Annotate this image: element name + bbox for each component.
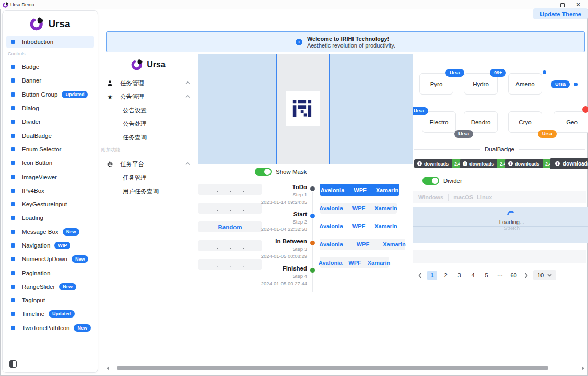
divider-toggle[interactable] (422, 177, 439, 185)
dualbadge-title: DualBadge (485, 146, 514, 152)
group-button-xamarin[interactable]: Xamarin (376, 241, 412, 248)
sidebar-item-enum-selector[interactable]: Enum Selector (3, 143, 98, 156)
viewer-guide-line (329, 54, 330, 164)
page-button-3[interactable]: 3 (454, 271, 464, 280)
sidebar-item-twotonepathicon[interactable]: TwoTonePathIconNew (3, 321, 98, 335)
dot-badge (574, 83, 578, 86)
ipv4-input[interactable] (198, 203, 262, 214)
sidebar-item-pagination[interactable]: Pagination (3, 266, 98, 279)
item-bullet-icon (11, 243, 15, 248)
sidebar-item-label: IPv4Box (22, 187, 44, 194)
nav-item-task-query[interactable]: 任务查询 (98, 131, 198, 144)
timeline: ToDo Step 1 2023-01-14 09:24:05 Start St… (259, 183, 307, 292)
group-button-xamarin[interactable]: Xamarin (364, 260, 393, 266)
nav-item-task-management-2[interactable]: 任务管理 (98, 171, 198, 184)
sidebar-item-rangeslider[interactable]: RangeSliderNew (3, 280, 98, 293)
update-theme-button[interactable]: Update Theme (533, 8, 588, 19)
group-button-wpf[interactable]: WPF (349, 187, 371, 193)
group-button-avalonia[interactable]: Avalonia (314, 223, 347, 229)
scroll-right-icon[interactable] (582, 366, 584, 370)
sidebar-item-label: Message Box (22, 229, 58, 235)
scroll-left-icon[interactable] (107, 366, 109, 370)
nav-item-announcement-settings[interactable]: 公告设置 (98, 103, 198, 117)
sidebar-item-label: Loading (22, 215, 43, 221)
sidebar-item-taginput[interactable]: TagInput (3, 293, 98, 307)
page-size-select[interactable]: 10 (533, 270, 556, 280)
image-viewer[interactable] (198, 54, 413, 164)
sidebar-item-banner[interactable]: Banner (3, 74, 98, 87)
info-icon (417, 161, 422, 166)
sidebar-item-introduction[interactable]: Introduction (6, 36, 94, 48)
timeline-title: ToDo (259, 183, 307, 191)
next-page-icon[interactable] (522, 271, 530, 280)
page-button-4[interactable]: 4 (468, 271, 478, 280)
empty-bar (413, 250, 586, 263)
sidebar-item-button-group[interactable]: Button GroupUpdated (3, 88, 98, 101)
item-bullet-icon (11, 271, 15, 275)
card-label: Geo (566, 119, 578, 125)
sidebar-item-divider[interactable]: Divider (3, 115, 98, 128)
group-button-avalonia[interactable]: Avalonia (312, 241, 349, 248)
nav-item-task-platform[interactable]: 任务平台 (98, 157, 198, 171)
sidebar-item-message-box[interactable]: Message BoxNew (3, 225, 98, 239)
sidebar-item-dualbadge[interactable]: DualBadge (3, 128, 98, 142)
divider-line (414, 149, 480, 150)
sidebar-item-navigation[interactable]: NavigationWIP (3, 239, 98, 252)
sidebar-item-dialog[interactable]: Dialog (3, 101, 98, 115)
irihi-logo-image (286, 91, 320, 126)
sidebar-item-label: Introduction (22, 39, 53, 45)
page-button-2[interactable]: 2 (441, 271, 451, 280)
group-button-xamarin[interactable]: Xamarin (370, 205, 402, 212)
sidebar-collapse-icon[interactable] (9, 360, 17, 368)
group-button-xamarin[interactable]: Xamarin (371, 187, 403, 193)
ipv4-input[interactable] (198, 184, 262, 195)
sidebar-item-label: RangeSlider (22, 284, 55, 290)
item-bullet-icon (11, 65, 15, 69)
ipv4-input[interactable] (198, 240, 262, 251)
group-button-xamarin[interactable]: Xamarin (370, 223, 402, 229)
divider-label: Divider (443, 178, 462, 184)
group-button-wpf[interactable]: WPF (348, 205, 370, 212)
page-button-5[interactable]: 5 (481, 271, 491, 280)
info-icon (508, 161, 513, 166)
sidebar-item-loading[interactable]: Loading (3, 211, 98, 225)
page-button-1[interactable]: 1 (427, 271, 437, 280)
viewer-mask-left (198, 54, 276, 164)
group-button-avalonia[interactable]: Avalonia (316, 187, 349, 193)
group-button-avalonia[interactable]: Avalonia (315, 260, 345, 266)
group-button-wpf[interactable]: WPF (345, 260, 364, 266)
chevron-up-icon[interactable] (185, 162, 190, 166)
timeline-time: 2024-01-05 00:27:44 (259, 280, 307, 287)
sidebar-item-badge[interactable]: Badge (3, 60, 98, 74)
item-bullet-icon (11, 161, 15, 165)
sidebar-item-keygestureinput[interactable]: KeyGestureInput (3, 197, 98, 211)
chevron-up-icon[interactable] (185, 95, 190, 98)
navigation-menu-panel: Ursa 任务管理 ★ 公告管理 公告设置 公告处理 任务查询 附加功能 任务平… (98, 54, 198, 198)
chevron-up-icon[interactable] (185, 81, 190, 85)
group-button-wpf[interactable]: WPF (350, 241, 376, 248)
horizontal-scrollbar-thumb[interactable] (117, 366, 548, 370)
ipv4-input-disabled (198, 259, 262, 270)
sidebar-item-numericupdown[interactable]: NumericUpDownNew (3, 252, 98, 266)
nav-item-task-management[interactable]: 任务管理 (98, 76, 198, 90)
sidebar-item-icon-button[interactable]: Icon Button (3, 156, 98, 170)
sidebar-item-imageviewer[interactable]: ImageViewer (3, 170, 98, 183)
nav-item-announcement-management[interactable]: ★ 公告管理 (98, 90, 198, 103)
nav-item-announcement-handling[interactable]: 公告处理 (98, 117, 198, 131)
nav-item-label: 任务管理 (120, 79, 144, 87)
group-button-avalonia[interactable]: Avalonia (314, 205, 347, 212)
group-button-wpf[interactable]: WPF (348, 223, 370, 229)
prev-page-icon[interactable] (416, 271, 424, 280)
dual-badge: downloads 2.4k (505, 159, 557, 168)
page-ellipsis[interactable]: ⋯ (495, 271, 505, 280)
show-mask-row: Show Mask (198, 168, 403, 176)
random-button[interactable]: Random (198, 221, 262, 232)
dualbadge-divider: DualBadge (414, 146, 585, 152)
sidebar-item-timeline[interactable]: TimelineUpdated (3, 307, 98, 321)
sidebar-item-label: Banner (22, 77, 41, 84)
timeline-time: 2023-01-14 09:24:05 (259, 198, 307, 206)
page-button-60[interactable]: 60 (509, 271, 519, 280)
show-mask-toggle[interactable] (255, 168, 272, 176)
sidebar-item-ipv4box[interactable]: IPv4Box (3, 184, 98, 197)
nav-item-user-task-query[interactable]: 用户任务查询 (98, 184, 198, 198)
